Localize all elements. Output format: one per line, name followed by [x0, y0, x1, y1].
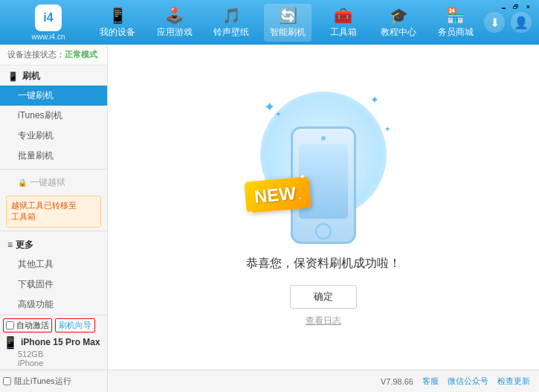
logo-icon: i4 — [35, 4, 62, 31]
nav-flash-label: 智能刷机 — [270, 26, 306, 39]
sidebar-bottom: 自动激活 刷机向导 📱 iPhone 15 Pro Max 512GB iPho… — [0, 315, 107, 370]
customer-service-link[interactable]: 客服 — [422, 376, 439, 387]
device-storage: 512GB — [18, 350, 104, 359]
bottom-right: V7.98.66 客服 微信公众号 检查更新 — [372, 376, 539, 387]
account-btn[interactable]: 👤 — [511, 12, 532, 33]
divider-2 — [0, 231, 107, 231]
badge-star-top: ✦ — [299, 172, 306, 181]
device-row: 📱 iPhone 15 Pro Max — [3, 335, 104, 350]
jailbreak-label: 一键越狱 — [30, 176, 65, 189]
one-click-label: 一键刷机 — [18, 90, 54, 100]
sidebar-flash-header[interactable]: 📱 刷机 — [0, 65, 107, 86]
flash-section-icon: 📱 — [7, 71, 19, 82]
more-icon: ≡ — [7, 240, 13, 250]
sparkle-right: ✦ — [384, 125, 390, 133]
device-icon: 📱 — [109, 7, 127, 25]
auto-activate-checkbox[interactable] — [6, 321, 14, 330]
lock-icon: 🔒 — [18, 179, 27, 187]
wechat-link[interactable]: 微信公众号 — [448, 376, 488, 387]
new-badge-dot: . — [298, 190, 302, 201]
confirm-button[interactable]: 确定 — [290, 285, 357, 309]
guide-button[interactable]: 刷机向导 — [55, 318, 95, 332]
other-tools-label: 其他工具 — [18, 259, 54, 269]
tutorial-icon: 🎓 — [390, 7, 408, 25]
sidebar-batch-flash[interactable]: 批量刷机 — [0, 146, 107, 166]
sidebar-advanced[interactable]: 高级功能 — [0, 295, 107, 315]
nav-items: 📱 我的设备 🕹️ 应用游戏 🎵 铃声壁纸 🔄 智能刷机 🧰 工具箱 🎓 — [89, 4, 484, 42]
window-restore[interactable]: 🗗 — [511, 3, 521, 10]
auto-activate-group: 自动激活 — [3, 318, 52, 332]
sidebar-checkbox-row: 自动激活 刷机向导 — [3, 318, 104, 332]
sidebar-more-header[interactable]: ≡ 更多 — [0, 234, 107, 254]
sidebar-itunes-flash[interactable]: iTunes刷机 — [0, 106, 107, 126]
pro-label: 专业刷机 — [18, 130, 54, 141]
nav-my-device[interactable]: 📱 我的设备 — [94, 4, 141, 42]
ringtone-icon: 🎵 — [222, 7, 241, 25]
nav-tutorial[interactable]: 🎓 教程中心 — [375, 4, 422, 42]
nav-service[interactable]: 🏪 务员商城 — [432, 4, 480, 42]
nav-apps-label: 应用游戏 — [157, 26, 193, 39]
phone-home-btn — [315, 223, 332, 240]
success-message: 恭喜您，保资料刷机成功啦！ — [246, 256, 401, 271]
sparkle-top-right: ✦ — [370, 94, 379, 106]
new-badge-text: NEW — [254, 182, 297, 206]
bottom-left: 阻止iTunes运行 — [0, 370, 108, 392]
nav-toolbox[interactable]: 🧰 工具箱 — [321, 4, 366, 42]
bottom-bar: 阻止iTunes运行 V7.98.66 客服 微信公众号 检查更新 — [0, 370, 539, 392]
phone-camera — [321, 136, 326, 141]
divider-1 — [0, 169, 107, 170]
sidebar-pro-flash[interactable]: 专业刷机 — [0, 126, 107, 146]
stop-itunes-checkbox[interactable] — [3, 377, 11, 385]
auto-activate-label: 自动激活 — [16, 320, 49, 331]
main-area: 设备连接状态：正常模式 📱 刷机 一键刷机 iTunes刷机 专业刷机 批量刷机 — [0, 45, 539, 370]
view-log-link[interactable]: 查看日志 — [306, 315, 341, 327]
sidebar-other-tools[interactable]: 其他工具 — [0, 254, 107, 274]
nav-service-label: 务员商城 — [438, 26, 474, 39]
nav-ringtone-label: 铃声壁纸 — [213, 26, 249, 39]
logo-text: www.i4.cn — [31, 33, 65, 41]
window-close[interactable]: ✕ — [523, 3, 533, 10]
batch-label: 批量刷机 — [18, 150, 54, 161]
nav-smart-flash[interactable]: 🔄 智能刷机 — [264, 4, 312, 42]
badge-star-bottom: ✦ — [248, 208, 254, 216]
version-label: V7.98.66 — [381, 377, 413, 386]
status-value: 正常模式 — [65, 50, 97, 59]
nav-apps-games[interactable]: 🕹️ 应用游戏 — [151, 4, 199, 42]
apps-icon: 🕹️ — [165, 7, 184, 25]
sidebar-notice: 越狱工具已转移至工具箱 — [6, 196, 101, 228]
sparkle-left: ✦ — [264, 99, 275, 115]
download-btn[interactable]: ⬇ — [484, 12, 505, 33]
sidebar-jailbreak-disabled: 🔒 一键越狱 — [0, 173, 107, 193]
nav-tutorial-label: 教程中心 — [381, 26, 416, 39]
content-area: ✦ ✦ ✦ ✦ ✦ ✦ NEW . 恭喜您，保资料刷 — [108, 45, 539, 370]
phone-small-icon: 📱 — [3, 335, 18, 350]
nav-toolbox-label: 工具箱 — [330, 26, 357, 39]
nav-right: ⬇ 👤 — [484, 12, 532, 33]
toolbox-icon: 🧰 — [334, 7, 352, 25]
device-type: iPhone — [18, 359, 104, 367]
success-illustration: ✦ ✦ ✦ ✦ ✦ ✦ NEW . — [249, 88, 398, 244]
itunes-label: iTunes刷机 — [18, 110, 62, 121]
nav-ringtones[interactable]: 🎵 铃声壁纸 — [207, 4, 255, 42]
flash-section-label: 刷机 — [22, 70, 40, 83]
sidebar-download-firmware[interactable]: 下载固件 — [0, 274, 107, 295]
stop-itunes-label: 阻止iTunes运行 — [14, 376, 71, 387]
top-nav: i4 www.i4.cn 📱 我的设备 🕹️ 应用游戏 🎵 铃声壁纸 🔄 智能刷… — [0, 0, 539, 45]
status-bar: 设备连接状态：正常模式 — [0, 45, 107, 65]
logo: i4 www.i4.cn — [7, 4, 89, 41]
stop-itunes-area: 阻止iTunes运行 — [3, 376, 71, 387]
service-icon: 🏪 — [446, 7, 465, 25]
nav-my-device-label: 我的设备 — [100, 26, 135, 39]
advanced-label: 高级功能 — [18, 299, 54, 309]
more-label: 更多 — [16, 239, 33, 251]
window-controls: 🗕 🗗 ✕ — [499, 3, 533, 10]
check-update-link[interactable]: 检查更新 — [497, 376, 530, 387]
new-badge: ✦ ✦ NEW . — [244, 176, 311, 213]
window-minimize[interactable]: 🗕 — [499, 3, 509, 10]
download-firmware-label: 下载固件 — [18, 279, 54, 289]
sparkle-top-left: ✦ — [275, 110, 281, 118]
device-name: iPhone 15 Pro Max — [21, 337, 100, 347]
sidebar-one-click-flash[interactable]: 一键刷机 — [0, 86, 107, 106]
status-prefix: 设备连接状态： — [7, 50, 65, 59]
sidebar: 设备连接状态：正常模式 📱 刷机 一键刷机 iTunes刷机 专业刷机 批量刷机 — [0, 45, 108, 370]
